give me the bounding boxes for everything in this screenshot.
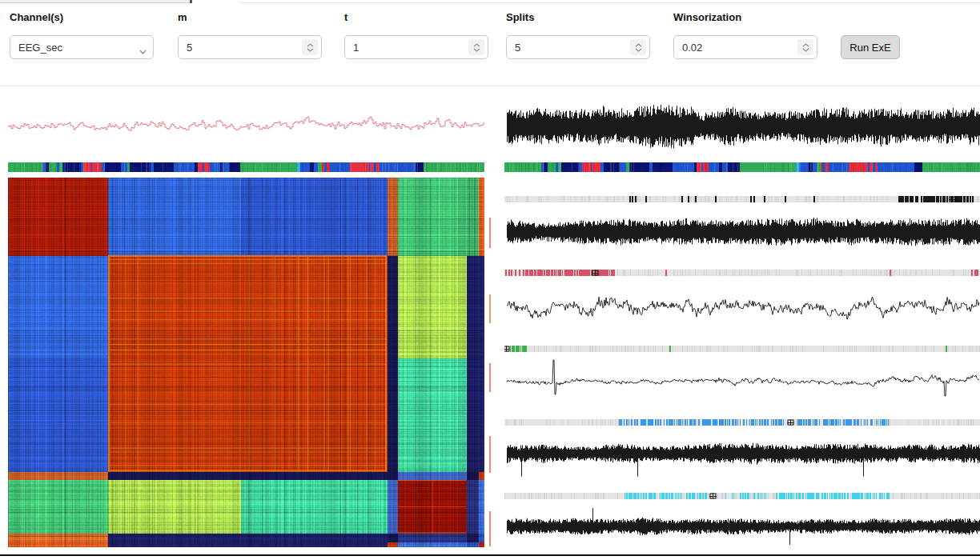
left-class-segmentation-bar (8, 162, 484, 172)
right-class-segmentation-bar (504, 162, 980, 172)
indicator-bar-3 (504, 346, 980, 352)
winsorization-input-box (673, 35, 817, 59)
trace-5-scale-tick (489, 436, 491, 473)
spinner-up-icon (473, 43, 480, 47)
winsorization-label: Winsorization (673, 11, 741, 23)
tab-divider-notch (190, 0, 192, 3)
spinner-down-icon (635, 48, 642, 52)
indicator-bar-2 (504, 270, 980, 276)
distance-matrix-heatmap (8, 178, 484, 547)
right-trace-4-plot (504, 358, 980, 406)
spinner-down-icon (802, 48, 809, 52)
window-bottom-edge (0, 554, 980, 556)
channels-select-value: EEG_sec (18, 42, 62, 54)
m-stepper[interactable] (302, 39, 318, 55)
winsorization-input[interactable] (674, 36, 817, 58)
m-input[interactable] (179, 36, 321, 58)
right-trace-3-plot (504, 282, 980, 333)
right-trace-2-plot (504, 211, 980, 253)
spinner-up-icon (307, 43, 314, 47)
channels-label: Channel(s) (10, 11, 63, 23)
t-input[interactable] (345, 36, 488, 58)
exe-eeg-app-window: Channel(s) m t Splits Winsorization EEG_… (0, 0, 980, 560)
splits-label: Splits (506, 11, 534, 23)
toolbar-divider (0, 86, 980, 86)
trace-6-scale-tick (489, 511, 491, 546)
tab-bar-remnant-right (240, 2, 980, 3)
left-eeg-trace-plot (8, 98, 484, 155)
spinner-up-icon (802, 43, 809, 47)
splits-stepper[interactable] (630, 39, 646, 55)
spinner-down-icon (307, 48, 314, 52)
trace-2-scale-tick (489, 218, 491, 248)
t-input-box (344, 35, 488, 59)
splits-input-box (506, 35, 650, 59)
splits-input[interactable] (507, 36, 649, 58)
chevron-down-icon (139, 45, 147, 57)
right-trace-5-plot (504, 429, 980, 483)
t-label: t (344, 11, 347, 23)
t-stepper[interactable] (468, 39, 484, 55)
m-input-box (178, 35, 322, 59)
right-trace-6-plot (504, 504, 980, 550)
spinner-down-icon (473, 48, 480, 52)
trace-4-scale-tick (489, 363, 491, 392)
m-label: m (178, 11, 187, 23)
run-exe-button[interactable]: Run ExE (841, 35, 900, 59)
indicator-bar-5 (504, 493, 980, 499)
spinner-up-icon (635, 43, 642, 47)
trace-3-scale-tick (489, 294, 491, 323)
indicator-bar-1 (504, 196, 980, 202)
winsorization-stepper[interactable] (797, 39, 813, 55)
right-trace-1-plot (504, 98, 980, 155)
tab-bar-remnant-left (0, 0, 190, 3)
indicator-bar-4 (504, 419, 980, 426)
channels-select[interactable]: EEG_sec (10, 35, 154, 59)
